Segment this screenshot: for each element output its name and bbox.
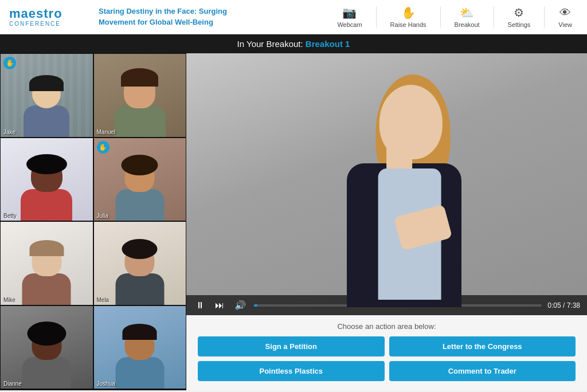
comment-trader-button[interactable]: Comment to Trader bbox=[389, 361, 576, 381]
hand-raised-badge: ✋ bbox=[97, 141, 109, 154]
header-tools: 📷 Webcam ✋ Raise Hands ⛅ Breakout ⚙ Sett… bbox=[331, 3, 578, 30]
hand-raised-badge: ✋ bbox=[3, 57, 16, 69]
participant-tile: Betty bbox=[0, 138, 93, 222]
breakout-button[interactable]: ⛅ Breakout bbox=[449, 3, 486, 30]
skip-button[interactable]: ⏭ bbox=[213, 299, 226, 312]
breakout-prefix: In Your Breakout: bbox=[237, 39, 303, 49]
participant-name: Julia bbox=[97, 213, 109, 219]
raise-hands-label: Raise Hands bbox=[390, 21, 426, 28]
participants-panel: ✋ Jake Manuel Betty bbox=[0, 53, 186, 390]
logo-conference: CONFERENCE bbox=[9, 21, 62, 27]
logo-maestro: maestro bbox=[9, 7, 62, 21]
raise-hands-icon: ✋ bbox=[401, 6, 416, 19]
participant-tile: ✋ Jake bbox=[0, 389, 93, 390]
video-area[interactable]: ⏸ ⏭ 🔊 0:05 / 7:38 bbox=[186, 53, 587, 315]
participant-tile: Manuel bbox=[93, 53, 187, 138]
right-panel: ⏸ ⏭ 🔊 0:05 / 7:38 Choose an action area … bbox=[186, 53, 587, 390]
action-area: Choose an action area below: Sign a Peti… bbox=[186, 315, 587, 390]
participant-tile: Manoel bbox=[93, 389, 187, 390]
settings-icon: ⚙ bbox=[514, 6, 524, 19]
sign-petition-button[interactable]: Sign a Petition bbox=[198, 336, 385, 356]
raise-hands-button[interactable]: ✋ Raise Hands bbox=[385, 3, 432, 30]
webcam-icon: 📷 bbox=[342, 6, 357, 19]
participant-tile: ✋ Julia bbox=[93, 138, 187, 222]
presenter-figure bbox=[186, 53, 587, 315]
participant-tile: Mike bbox=[0, 221, 93, 305]
participant-name: Manuel bbox=[97, 129, 116, 135]
participant-name: Mike bbox=[3, 297, 15, 303]
participant-tile: Mela bbox=[93, 221, 187, 305]
participant-tile: Dianne bbox=[0, 305, 93, 390]
letter-congress-button[interactable]: Letter to the Congress bbox=[389, 336, 576, 356]
participant-name: Mela bbox=[97, 297, 109, 303]
participant-tile: Joshua bbox=[93, 305, 187, 390]
breakout-icon: ⛅ bbox=[460, 6, 474, 19]
webcam-label: Webcam bbox=[337, 21, 362, 28]
pause-button[interactable]: ⏸ bbox=[193, 299, 207, 312]
divider4 bbox=[544, 7, 545, 28]
breakout-name: Breakout 1 bbox=[306, 39, 350, 49]
logo-area: maestro CONFERENCE bbox=[9, 7, 89, 27]
participant-name: Dianne bbox=[3, 381, 22, 387]
progress-bar-fill bbox=[254, 304, 257, 307]
action-buttons: Sign a Petition Letter to the Congress P… bbox=[198, 336, 576, 381]
breakout-bar: In Your Breakout: Breakout 1 bbox=[0, 34, 587, 53]
logo: maestro CONFERENCE bbox=[9, 7, 62, 27]
webcam-button[interactable]: 📷 Webcam bbox=[331, 3, 367, 30]
time-display: 0:05 / 7:38 bbox=[547, 301, 580, 309]
divider bbox=[376, 7, 377, 28]
title-line2: Movement for Global Well-Being bbox=[99, 18, 213, 26]
pointless-plastics-button[interactable]: Pointless Plastics bbox=[198, 361, 385, 381]
main-content: ✋ Jake Manuel Betty bbox=[0, 53, 587, 390]
settings-button[interactable]: ⚙ Settings bbox=[502, 3, 537, 30]
title-line1: Staring Destiny in the Face: Surging bbox=[99, 7, 227, 15]
breakout-label: Breakout bbox=[455, 21, 480, 28]
participant-name: Betty bbox=[3, 213, 17, 219]
view-icon: 👁 bbox=[559, 6, 571, 19]
divider2 bbox=[440, 7, 441, 28]
divider3 bbox=[494, 7, 494, 28]
settings-label: Settings bbox=[508, 21, 531, 28]
session-title: Staring Destiny in the Face: Surging Mov… bbox=[89, 6, 331, 27]
participant-name: Joshua bbox=[97, 381, 115, 387]
volume-button[interactable]: 🔊 bbox=[232, 299, 248, 312]
header: maestro CONFERENCE Staring Destiny in th… bbox=[0, 0, 587, 34]
action-label: Choose an action area below: bbox=[198, 322, 576, 331]
view-label: View bbox=[558, 21, 572, 28]
participant-tile: ✋ Jake bbox=[0, 53, 93, 138]
view-button[interactable]: 👁 View bbox=[553, 4, 578, 30]
participant-name: Jake bbox=[3, 129, 15, 135]
